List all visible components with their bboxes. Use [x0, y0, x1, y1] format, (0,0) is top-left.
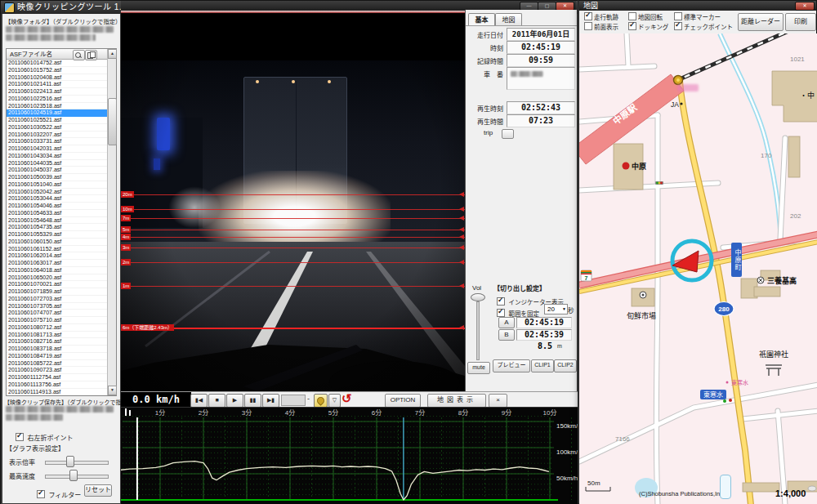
scroll-down-icon[interactable]: ▼ — [108, 386, 117, 395]
asf-file-item[interactable]: 20110601051040.asf — [7, 181, 108, 189]
asf-file-item[interactable]: 20110601074707.asf — [7, 310, 108, 317]
asf-file-item[interactable]: 20110601114913.asf — [7, 389, 108, 396]
scroll-up-icon[interactable]: ▲ — [108, 49, 117, 59]
asf-file-item[interactable]: 20110601054633.asf — [7, 210, 108, 217]
tab-basic[interactable]: 基本 — [468, 13, 495, 26]
asf-file-item[interactable]: 20110601045037.asf — [7, 167, 108, 174]
asf-file-item[interactable]: 20110601021411.asf — [7, 81, 108, 88]
distance-line-handle-icon[interactable] — [459, 283, 464, 288]
checkbox-icon[interactable] — [584, 12, 592, 20]
skip-end-button[interactable]: ▶▮ — [262, 394, 279, 408]
asf-file-item[interactable]: 20110601054046.asf — [7, 203, 108, 210]
reset-rotation-icon[interactable]: ↺ — [342, 391, 352, 406]
asf-file-item[interactable]: 20110601022413.asf — [7, 88, 108, 96]
print-button[interactable]: 印刷 — [785, 13, 816, 31]
asf-file-item[interactable]: 20110601071859.asf — [7, 288, 108, 296]
asf-file-item[interactable]: 20110601014752.asf — [7, 60, 108, 67]
asf-file-item[interactable]: 20110601020408.asf — [7, 74, 108, 82]
point-b-button[interactable]: B — [498, 329, 515, 341]
distance-line-handle-icon[interactable] — [459, 216, 464, 221]
asf-file-item[interactable]: 20110601053044.asf — [7, 195, 108, 203]
pause-button[interactable]: ▮▮ — [244, 394, 261, 408]
turn-point-checkbox[interactable] — [16, 433, 24, 441]
asf-file-item[interactable]: 20110601062014.asf — [7, 252, 108, 260]
file-list-scrollbar[interactable]: ▲ ▼ — [107, 49, 116, 395]
asf-file-item[interactable]: 20110601054648.asf — [7, 217, 108, 225]
range-seconds-select[interactable]: 20▼ — [544, 304, 568, 314]
asf-file-item[interactable]: 20110601070021.asf — [7, 281, 108, 288]
distance-line-handle-icon[interactable] — [459, 234, 464, 239]
asf-file-item[interactable]: 20110601061152.asf — [7, 246, 108, 253]
asf-file-item[interactable]: 20110601083718.asf — [7, 346, 108, 353]
asf-file-listbox[interactable]: ASFファイル名 20110601014752.asf2011060101575… — [6, 48, 117, 396]
asf-file-item[interactable]: 20110601043034.asf — [7, 153, 108, 160]
map-show-button[interactable]: 地図表示 — [427, 394, 486, 408]
scrollbar-thumb[interactable] — [108, 98, 117, 145]
asf-file-item[interactable]: 20110601025521.asf — [7, 117, 108, 124]
display-scale-slider[interactable] — [45, 461, 109, 465]
asf-file-item[interactable]: 20110601081713.asf — [7, 332, 108, 339]
marker-dropdown-button[interactable]: ▽ — [328, 394, 341, 408]
pin-button[interactable] — [314, 394, 328, 408]
asf-file-item[interactable]: 20110601072703.asf — [7, 296, 108, 303]
asf-file-item[interactable]: 20110601080712.asf — [7, 324, 108, 332]
asf-file-item[interactable]: 20110601085722.asf — [7, 360, 108, 368]
distance-line-handle-icon[interactable] — [459, 207, 464, 212]
trip-button[interactable] — [502, 129, 514, 139]
mute-button[interactable]: mute — [467, 362, 490, 374]
checkbox-icon[interactable] — [584, 22, 592, 30]
asf-file-item[interactable]: 20110601030522.asf — [7, 124, 108, 132]
clip1-button[interactable]: CLIP1 — [531, 359, 554, 372]
speed-graph[interactable]: 1分2分3分4分5分6分7分8分9分10分150km/h100km/h50km/… — [121, 407, 578, 504]
skip-start-button[interactable]: ▮◀ — [190, 394, 208, 408]
asf-file-item[interactable]: 20110601064018.asf — [7, 267, 108, 274]
asf-file-item[interactable]: 20110601084719.asf — [7, 353, 108, 360]
distance-line-handle-icon[interactable] — [459, 227, 464, 232]
map-canvas[interactable]: 中原駅 — [579, 33, 817, 504]
asf-file-item[interactable]: 20110601065020.asf — [7, 274, 108, 282]
volume-slider-handle[interactable] — [471, 293, 485, 301]
distance-line-handle-icon[interactable] — [459, 245, 464, 250]
asf-file-item[interactable]: 20110601075710.asf — [7, 317, 108, 324]
asf-file-item[interactable]: 20110601033731.asf — [7, 138, 108, 145]
asf-file-item[interactable]: 20110601024519.asf — [7, 109, 108, 117]
max-speed-slider-handle[interactable] — [69, 470, 78, 481]
asf-file-item[interactable]: 20110601090723.asf — [7, 367, 108, 374]
asf-file-item[interactable]: 20110601042031.asf — [7, 145, 108, 153]
volume-slider-track[interactable] — [476, 301, 480, 360]
checkbox-icon[interactable] — [628, 12, 636, 20]
video-folder-label[interactable]: 【映像フォルダ】（ダブルクリックで指定） — [5, 17, 121, 25]
display-scale-slider-handle[interactable] — [66, 456, 74, 467]
distance-radar-button[interactable]: 距離レーダー — [738, 13, 784, 31]
asf-file-item[interactable]: 20110601044035.asf — [7, 160, 108, 167]
asf-file-item[interactable]: 20110601022516.asf — [7, 96, 108, 103]
filter-checkbox[interactable] — [37, 490, 45, 498]
range-checkbox[interactable] — [497, 309, 505, 317]
asf-file-item[interactable]: 20110601060150.asf — [7, 239, 108, 246]
speed-select[interactable] — [281, 395, 306, 406]
option-button[interactable]: OPTION — [385, 394, 421, 408]
checkbox-icon[interactable] — [674, 12, 682, 20]
asf-file-item[interactable]: 20110601054735.asf — [7, 224, 108, 231]
preview-button[interactable]: プレビュー — [493, 359, 530, 372]
asf-file-item[interactable]: 20110601063017.asf — [7, 260, 108, 267]
asf-file-item[interactable]: 20110601023518.asf — [7, 103, 108, 110]
point-a-button[interactable]: A — [498, 317, 515, 328]
map-hide-button[interactable]: × — [489, 394, 507, 408]
distance-line-handle-icon[interactable] — [459, 260, 464, 265]
checkbox-icon[interactable] — [628, 22, 636, 30]
asf-file-item[interactable]: 20110601113756.asf — [7, 381, 108, 389]
map-close-icon[interactable]: ✕ — [795, 2, 815, 11]
asf-file-item[interactable]: 20110601055329.asf — [7, 231, 108, 239]
asf-file-item[interactable]: 20110601082716.asf — [7, 338, 108, 346]
clip2-button[interactable]: CLIP2 — [554, 359, 577, 372]
tab-map[interactable]: 地図 — [495, 13, 522, 26]
asf-file-item[interactable]: 20110601052042.asf — [7, 189, 108, 196]
asf-file-item[interactable]: 20110601015752.asf — [7, 67, 108, 74]
reset-button[interactable]: リセット — [84, 484, 112, 497]
play-button[interactable]: ▶ — [226, 394, 243, 408]
map-titlebar[interactable]: 地図 ✕ — [579, 1, 816, 11]
asf-file-item[interactable]: 20110601032207.asf — [7, 132, 108, 139]
asf-file-item[interactable]: 20110601112754.asf — [7, 374, 108, 381]
distance-line-handle-icon[interactable] — [459, 192, 464, 197]
